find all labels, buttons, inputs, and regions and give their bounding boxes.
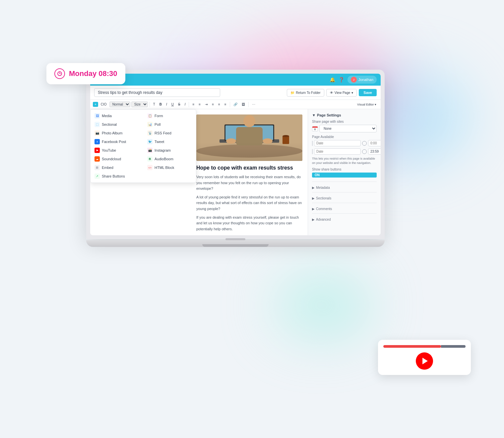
toolbar-align3-button[interactable]: ≡ [223, 102, 228, 107]
metadata-header[interactable]: ▶ Metadata [312, 184, 377, 191]
toolbar-separator2 [189, 102, 189, 107]
dropdown-item-youtube[interactable]: ▶ YouTube [91, 146, 143, 155]
toolbar-bold-button[interactable]: B [158, 102, 163, 107]
dropdown-item-share-buttons[interactable]: ↗ Share Buttons [91, 172, 143, 181]
view-page-button[interactable]: 👁 View Page ▾ [326, 89, 357, 97]
toolbar-italic-button[interactable]: I [164, 102, 169, 107]
page-settings-header[interactable]: ▼ Page Settings [312, 113, 377, 117]
soundcloud-icon: ☁ [94, 156, 100, 162]
titlebar-buttons: 📁 Return To Folder 👁 View Page ▾ Save [287, 89, 377, 97]
svg-point-12 [263, 138, 273, 144]
toolbar-strikethrough-button[interactable]: S [176, 102, 182, 107]
toolbar-format-select[interactable]: Normal [109, 102, 130, 107]
dropdown-item-tweet[interactable]: 🐦 Tweet [143, 137, 196, 146]
dropdown-item-rss-feed[interactable]: 📡 RSS Feed [143, 129, 196, 137]
toolbar-italic2-button[interactable]: I [183, 102, 187, 107]
dropdown-item-embed[interactable]: ⊞ Embed [91, 163, 143, 172]
svg-rect-10 [236, 127, 263, 145]
toolbar-align1-button[interactable]: ≡ [210, 102, 216, 107]
html-icon: </> [147, 165, 153, 170]
cms-titlebar: 📁 Return To Folder 👁 View Page ▾ Save [90, 86, 381, 100]
svg-rect-13 [283, 136, 289, 144]
svg-point-9 [243, 115, 255, 127]
eye-icon: 👁 [330, 91, 333, 95]
instagram-icon: 📸 [147, 148, 153, 153]
save-button[interactable]: Save [359, 89, 377, 96]
start-date-input[interactable] [314, 140, 361, 146]
share-page-label: Share page with sites [312, 120, 377, 123]
tweet-icon: 🐦 [147, 139, 153, 144]
youtube-play-button[interactable] [416, 352, 433, 370]
sectionals-section: ▶ Sectionals [312, 192, 377, 201]
facebook-icon: f [94, 139, 100, 144]
svg-point-5 [196, 144, 302, 158]
insert-dropdown-menu[interactable]: 🖼 Media 📋 Form ⬚ Sectio [90, 109, 196, 183]
dropdown-item-media[interactable]: 🖼 Media [91, 111, 143, 120]
end-date-input[interactable] [314, 148, 361, 155]
cms-topbar: Aiir ⚙ ⋯ 🔔 ❓ J Jonathan [90, 74, 381, 86]
play-triangle-icon [422, 358, 428, 364]
date-row-1: 📅 - [312, 140, 377, 146]
dropdown-item-photo-album[interactable]: 📷 Photo Album [91, 129, 143, 137]
toolbar-underline-button[interactable]: U [170, 102, 175, 107]
page-available-label: Page Available [312, 135, 377, 139]
article-paragraph3: If you are dealing with exam stress your… [196, 215, 302, 232]
page-settings-section: ▼ Page Settings Share page with sites ⊞ [312, 113, 377, 178]
toolbar-text-button[interactable]: T [152, 102, 157, 107]
toolbar-cio-button[interactable]: CIO [99, 102, 108, 107]
comments-header[interactable]: ▶ Comments [312, 206, 377, 212]
toolbar-indent-button[interactable]: ⇥ [203, 102, 209, 107]
share-buttons-toggle[interactable]: ON [312, 173, 377, 178]
share-buttons-icon: ↗ [94, 174, 100, 179]
chevron-right-icon-3: ▶ [312, 207, 315, 211]
toolbar-add-button[interactable]: + [93, 102, 98, 107]
start-time-input[interactable] [368, 140, 381, 146]
laptop: Aiir ⚙ ⋯ 🔔 ❓ J Jonathan [86, 70, 385, 247]
embed-icon: ⊞ [94, 165, 100, 170]
return-to-folder-button[interactable]: 📁 Return To Folder [287, 89, 324, 97]
toolbar-list2-button[interactable]: ≡ [197, 102, 202, 107]
dropdown-item-soundcloud[interactable]: ☁ Soundcloud [91, 155, 143, 163]
photo-album-icon: 📷 [94, 130, 100, 136]
toolbar-separator3 [230, 102, 230, 107]
dropdown-item-instagram[interactable]: 📸 Instagram [143, 146, 196, 155]
toolbar-size-select[interactable]: Size [131, 102, 148, 107]
dropdown-grid: 🖼 Media 📋 Form ⬚ Sectio [91, 111, 196, 181]
toolbar-link-button[interactable]: 🔗 [232, 102, 239, 107]
user-badge[interactable]: J Jonathan [347, 76, 377, 84]
share-icon: ⊞ [312, 126, 318, 131]
share-none-select[interactable]: None [319, 125, 377, 132]
advanced-header[interactable]: ▶ Advanced [312, 216, 377, 223]
toolbar-align2-button[interactable]: ≡ [217, 102, 222, 107]
main-scene: Monday 08:30 Aiir ⚙ ⋯ [53, 36, 451, 402]
show-share-buttons-label: Show share buttons [312, 168, 377, 171]
end-time-input[interactable] [368, 148, 381, 155]
notification-icon[interactable]: 🔔 [330, 77, 335, 82]
clock-icon [54, 68, 65, 79]
youtube-progress-filled [383, 345, 441, 348]
toolbar-list1-button[interactable]: ≡ [191, 102, 196, 107]
dropdown-item-facebook[interactable]: f Facebook Post [91, 137, 143, 146]
toolbar-image-button[interactable]: 🖼 [240, 102, 247, 107]
dropdown-item-form[interactable]: 📋 Form [143, 111, 196, 120]
form-icon: 📋 [147, 113, 153, 118]
visual-editor-button[interactable]: Visual Editor ▾ [355, 102, 378, 107]
advanced-section: ▶ Advanced [312, 213, 377, 223]
dropdown-item-audioboom[interactable]: B AudioBoom [143, 155, 196, 163]
article-title-input[interactable] [94, 88, 220, 97]
sectional-icon: ⬚ [94, 122, 100, 127]
youtube-progress-remaining [441, 345, 466, 348]
youtube-progress-bar [383, 345, 466, 348]
dropdown-item-poll[interactable]: 📊 Poll [143, 120, 196, 129]
laptop-notch [225, 238, 245, 240]
cms-topbar-right: 🔔 ❓ J Jonathan [330, 76, 377, 84]
dropdown-item-html-block[interactable]: </> HTML Block [143, 163, 196, 172]
restriction-text: This lets you restrict when this page is… [312, 157, 377, 165]
svg-point-14 [283, 135, 289, 137]
article-paragraph1: Very soon lots of students will be recei… [196, 174, 302, 192]
help-icon[interactable]: ❓ [339, 77, 344, 82]
user-avatar: J [351, 77, 357, 83]
toolbar-more-button[interactable]: ⋯ [250, 102, 257, 107]
sectionals-header[interactable]: ▶ Sectionals [312, 195, 377, 201]
dropdown-item-sectional[interactable]: ⬚ Sectional [91, 120, 143, 129]
